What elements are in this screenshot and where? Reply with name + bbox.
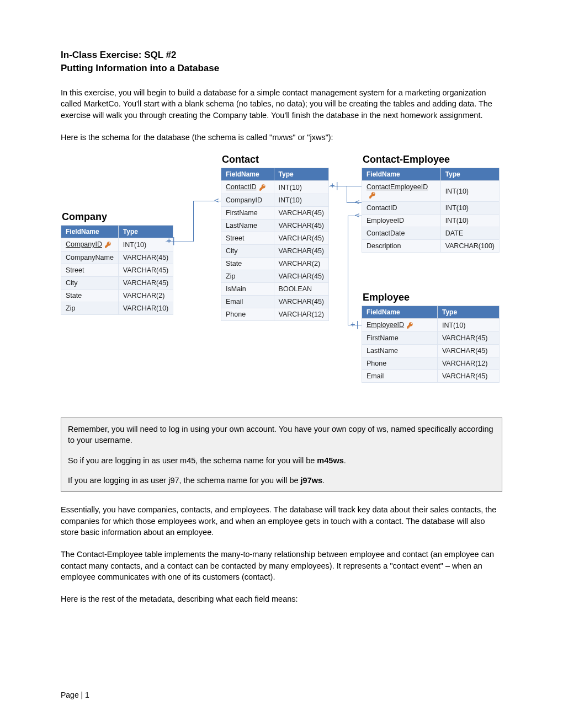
field-name-cell: Email <box>362 370 438 383</box>
field-type-cell: VARCHAR(100) <box>440 240 499 253</box>
field-type-cell: VARCHAR(45) <box>118 277 173 290</box>
field-type-cell: INT(10) <box>274 181 328 194</box>
table-row: FirstNameVARCHAR(45) <box>221 207 329 220</box>
field-name-cell: City <box>221 245 274 258</box>
connector-line <box>348 216 348 325</box>
table-row: ContactEmployeeIDINT(10) <box>362 181 500 202</box>
field-name-cell: EmployeeID <box>362 319 438 332</box>
field-name-cell: IsMain <box>221 283 274 296</box>
body-paragraph: The Contact-Employee table implements th… <box>61 549 502 582</box>
table-row: ContactIDINT(10) <box>362 202 500 215</box>
key-icon <box>259 184 267 192</box>
table-row: StreetVARCHAR(45) <box>61 264 173 277</box>
entity-title: Employee <box>363 292 500 303</box>
field-type-cell: VARCHAR(12) <box>437 357 499 370</box>
field-type-cell: INT(10) <box>440 215 499 227</box>
note-text: If you are logging in as user j97, the s… <box>68 475 495 486</box>
field-name-cell: City <box>61 277 119 290</box>
body-paragraph: Here is the rest of the metadata, descri… <box>61 593 502 604</box>
th-fieldname: FieldName <box>362 168 441 181</box>
field-type-cell: DATE <box>440 227 499 240</box>
th-type: Type <box>440 168 499 181</box>
entity-table: FieldNameType EmployeeIDINT(10)FirstName… <box>362 306 500 383</box>
page-title: In-Class Exercise: SQL #2 <box>61 50 502 61</box>
field-type-cell: INT(10) <box>440 202 499 215</box>
field-name-cell: Description <box>362 240 441 253</box>
field-type-cell: VARCHAR(45) <box>437 332 499 345</box>
field-type-cell: BOOLEAN <box>274 283 328 296</box>
intro-paragraph: In this exercise, you will begin to buil… <box>61 87 502 121</box>
field-type-cell: VARCHAR(45) <box>437 370 499 383</box>
field-name-cell: CompanyName <box>61 251 119 264</box>
text: ws" or "jxws"): <box>283 133 333 142</box>
schema-lead: Here is the schema for the database (the… <box>61 132 502 143</box>
entity-title: Contact-Employee <box>363 154 500 165</box>
entity-contact: Contact FieldNameType ContactIDINT(10)Co… <box>221 154 329 321</box>
table-row: PhoneVARCHAR(12) <box>362 357 500 370</box>
field-name-cell: ContactDate <box>362 227 441 240</box>
field-type-cell: VARCHAR(45) <box>118 264 173 277</box>
entity-table: FieldNameType CompanyIDINT(10)CompanyNam… <box>61 225 173 315</box>
field-name-cell: LastName <box>362 345 438 357</box>
entity-title: Company <box>62 211 166 223</box>
crows-foot-icon: +| <box>167 237 176 244</box>
table-row: CompanyIDINT(10) <box>221 194 329 207</box>
field-name-cell: Zip <box>61 302 119 315</box>
field-name-cell: CompanyID <box>61 238 119 251</box>
table-row: ZipVARCHAR(45) <box>221 270 329 283</box>
table-row: CityVARCHAR(45) <box>221 245 329 258</box>
crows-foot-icon: +| <box>350 320 360 328</box>
field-type-cell: VARCHAR(2) <box>118 290 173 302</box>
field-type-cell: VARCHAR(12) <box>274 308 328 321</box>
table-row: CityVARCHAR(45) <box>61 277 173 290</box>
table-row: CompanyIDINT(10) <box>61 238 173 251</box>
info-callout: Remember, you will need to log in using … <box>61 417 502 492</box>
field-type-cell: VARCHAR(45) <box>274 207 328 220</box>
field-name-cell: FirstName <box>221 207 274 220</box>
table-row: StateVARCHAR(2) <box>221 258 329 270</box>
table-row: ZipVARCHAR(10) <box>61 302 173 315</box>
table-row: EmployeeIDINT(10) <box>362 319 500 332</box>
note-text: Remember, you will need to log in using … <box>68 424 495 446</box>
field-type-cell: VARCHAR(45) <box>274 220 328 232</box>
th-fieldname: FieldName <box>362 306 438 319</box>
entity-company: Company FieldNameType CompanyIDINT(10)Co… <box>61 211 166 315</box>
connector-line <box>347 186 347 202</box>
field-name-cell: FirstName <box>362 332 438 345</box>
entity-table: FieldNameType ContactEmployeeIDINT(10)Co… <box>362 168 500 253</box>
field-type-cell: VARCHAR(45) <box>274 245 328 258</box>
field-type-cell: INT(10) <box>118 238 173 251</box>
field-name-cell: ContactID <box>362 202 441 215</box>
field-type-cell: VARCHAR(10) <box>118 302 173 315</box>
field-type-cell: VARCHAR(45) <box>274 232 328 245</box>
crows-foot-icon: +| <box>330 181 339 189</box>
th-type: Type <box>274 168 328 181</box>
page-footer: Page | 1 <box>61 690 89 699</box>
field-name-cell: ContactEmployeeID <box>362 181 441 202</box>
field-name-cell: LastName <box>221 220 274 232</box>
key-icon <box>104 241 112 249</box>
table-row: IsMainBOOLEAN <box>221 283 329 296</box>
connector-line <box>193 201 194 242</box>
page-subtitle: Putting Information into a Database <box>61 63 502 74</box>
field-type-cell: VARCHAR(45) <box>274 270 328 283</box>
table-row: DescriptionVARCHAR(100) <box>362 240 500 253</box>
body-paragraph: Essentially, you have companies, contact… <box>61 504 502 538</box>
table-row: ContactDateDATE <box>362 227 500 240</box>
crows-foot-icon: < <box>355 211 359 219</box>
field-name-cell: Email <box>221 296 274 308</box>
field-type-cell: INT(10) <box>437 319 499 332</box>
table-row: LastNameVARCHAR(45) <box>362 345 500 357</box>
field-name-cell: Street <box>61 264 119 277</box>
field-type-cell: VARCHAR(45) <box>274 296 328 308</box>
table-row: EmailVARCHAR(45) <box>362 370 500 383</box>
table-row: StreetVARCHAR(45) <box>221 232 329 245</box>
table-row: FirstNameVARCHAR(45) <box>362 332 500 345</box>
table-row: EmployeeIDINT(10) <box>362 215 500 227</box>
field-name-cell: State <box>61 290 119 302</box>
table-row: CompanyNameVARCHAR(45) <box>61 251 173 264</box>
th-fieldname: FieldName <box>221 168 274 181</box>
th-type: Type <box>118 226 173 238</box>
table-row: LastNameVARCHAR(45) <box>221 220 329 232</box>
field-type-cell: VARCHAR(45) <box>118 251 173 264</box>
